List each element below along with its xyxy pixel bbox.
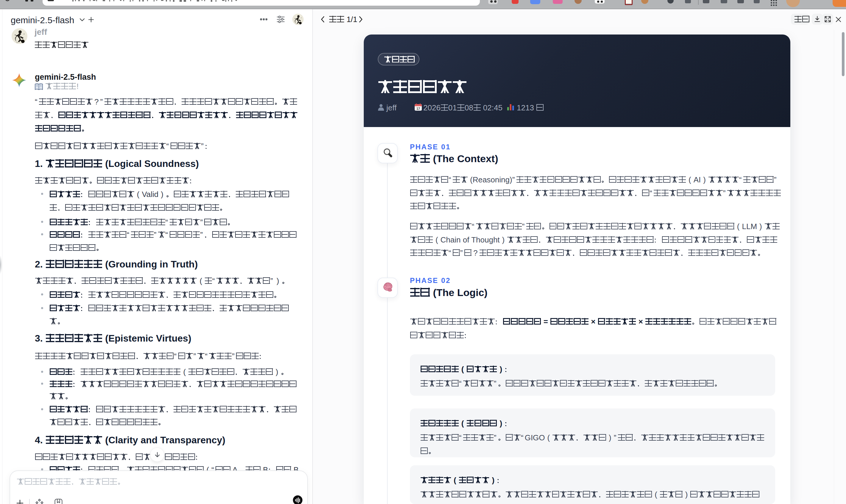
svg-text:17: 17 <box>417 107 420 110</box>
